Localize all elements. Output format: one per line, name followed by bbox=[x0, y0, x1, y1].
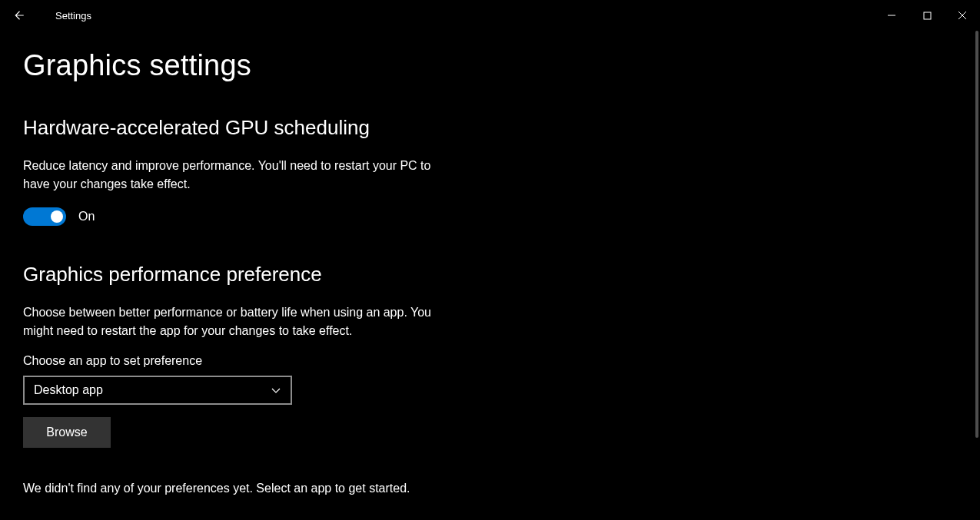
scrollbar-thumb[interactable] bbox=[975, 31, 978, 438]
chevron-down-icon bbox=[271, 385, 281, 396]
page-title: Graphics settings bbox=[23, 49, 957, 82]
svg-rect-0 bbox=[924, 12, 931, 19]
scrollbar[interactable] bbox=[975, 31, 978, 512]
perf-pref-heading: Graphics performance preference bbox=[23, 263, 957, 286]
app-title: Settings bbox=[55, 10, 91, 22]
app-type-dropdown[interactable]: Desktop app bbox=[23, 376, 292, 405]
gpu-scheduling-toggle[interactable] bbox=[23, 207, 66, 226]
app-type-label: Choose an app to set preference bbox=[23, 354, 957, 368]
dropdown-selected-value: Desktop app bbox=[34, 383, 103, 397]
back-button[interactable] bbox=[6, 3, 31, 28]
maximize-button[interactable] bbox=[909, 3, 945, 28]
minimize-icon bbox=[887, 11, 896, 20]
titlebar: Settings bbox=[0, 0, 980, 31]
browse-button[interactable]: Browse bbox=[23, 417, 111, 448]
close-icon bbox=[958, 11, 967, 20]
toggle-knob bbox=[51, 210, 63, 223]
gpu-scheduling-description: Reduce latency and improve performance. … bbox=[23, 157, 453, 194]
close-button[interactable] bbox=[945, 3, 980, 28]
empty-preferences-message: We didn't find any of your preferences y… bbox=[23, 482, 957, 495]
gpu-scheduling-heading: Hardware-accelerated GPU scheduling bbox=[23, 116, 957, 140]
maximize-icon bbox=[923, 12, 932, 20]
content-area: Graphics settings Hardware-accelerated G… bbox=[0, 31, 980, 520]
window-controls bbox=[874, 3, 980, 28]
minimize-button[interactable] bbox=[874, 3, 909, 28]
arrow-left-icon bbox=[12, 8, 25, 22]
perf-pref-description: Choose between better performance or bat… bbox=[23, 303, 453, 340]
gpu-scheduling-toggle-label: On bbox=[78, 210, 95, 224]
